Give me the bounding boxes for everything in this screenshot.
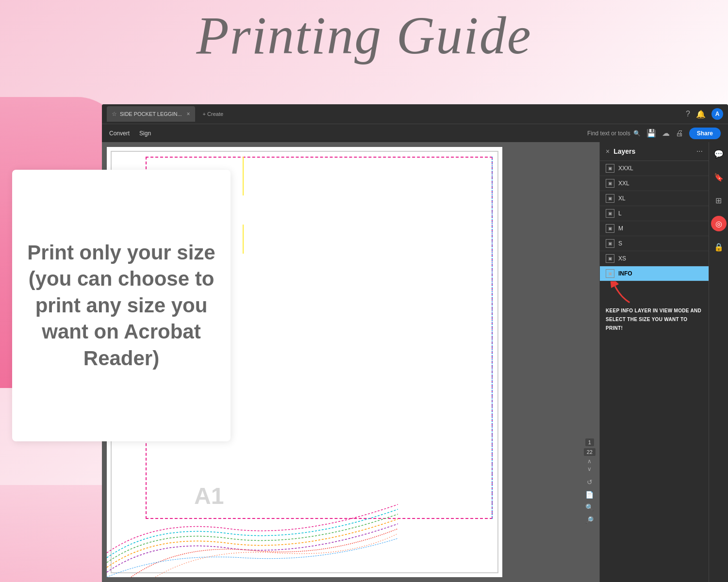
search-bar[interactable]: Find text or tools 🔍: [587, 130, 641, 137]
menu-bar: Convert Sign Find text or tools 🔍 💾 ☁ 🖨 …: [102, 124, 728, 142]
menu-convert[interactable]: Convert: [109, 130, 130, 137]
menu-sign[interactable]: Sign: [139, 130, 151, 137]
red-arrow-icon: [610, 281, 639, 306]
grid-icon[interactable]: ⊞: [711, 193, 727, 208]
info-card: Print only your size (you can choose to …: [12, 170, 231, 441]
layer-name-info: INFO: [618, 270, 632, 277]
layer-icon-s: ▣: [606, 239, 614, 248]
create-button[interactable]: + Create: [199, 111, 228, 117]
page-up-arrow[interactable]: ∧: [587, 458, 592, 465]
layer-item-xxl[interactable]: ▣ XXL: [600, 176, 709, 191]
layer-icon-xxl: ▣: [606, 179, 614, 188]
tab-active[interactable]: ☆ SIDE POCKET LEGGIN... ×: [107, 106, 195, 122]
cloud-upload-icon[interactable]: ☁: [662, 129, 670, 138]
yellow-line-1: [243, 157, 244, 195]
search-icon: 🔍: [633, 130, 641, 137]
search-label: Find text or tools: [587, 130, 630, 137]
layer-name-xl: XL: [618, 195, 626, 202]
layer-icon-xl: ▣: [606, 194, 614, 203]
layer-name-m: M: [618, 225, 623, 232]
layers-close-icon[interactable]: ×: [606, 147, 610, 155]
file-icon[interactable]: 📄: [585, 491, 594, 499]
layer-item-info[interactable]: ▣ INFO: [600, 266, 709, 281]
layer-item-s[interactable]: ▣ S: [600, 236, 709, 251]
bell-icon: 🔔: [696, 110, 706, 119]
layer-item-xl[interactable]: ▣ XL: [600, 191, 709, 206]
save-to-cloud-icon[interactable]: 💾: [646, 129, 656, 138]
title-bar-right: ? 🔔 A: [686, 108, 723, 120]
tab-title: SIDE POCKET LEGGIN...: [120, 111, 182, 117]
layer-icon-info: ▣: [606, 269, 614, 278]
layer-icon-m: ▣: [606, 224, 614, 233]
layer-name-xxxl: XXXL: [618, 165, 633, 172]
nav-arrows: ∧ ∨: [587, 458, 592, 472]
tab-star-icon: ☆: [112, 111, 117, 117]
layers-more-icon[interactable]: ···: [696, 147, 703, 156]
zoom-in-icon[interactable]: 🔍: [585, 503, 594, 511]
page-title: Printing Guide: [0, 5, 728, 66]
yellow-line-2: [243, 225, 244, 254]
share-button[interactable]: Share: [689, 128, 721, 139]
refresh-icon[interactable]: ↺: [587, 478, 593, 486]
create-label: + Create: [203, 111, 224, 117]
bottom-icons: ↺ 📄 🔍 🔎: [585, 478, 594, 524]
total-pages: 22: [584, 448, 596, 456]
layer-icon-l: ▣: [606, 209, 614, 218]
layer-icon-xs: ▣: [606, 254, 614, 263]
far-right-toolbar: 💬 🔖 ⊞ ◎ 🔒: [709, 142, 728, 582]
page-down-arrow[interactable]: ∨: [587, 466, 592, 472]
zoom-out-icon[interactable]: 🔎: [585, 516, 594, 524]
user-avatar[interactable]: A: [711, 108, 723, 120]
blue-dotted-border: [396, 157, 493, 519]
layer-name-s: S: [618, 240, 622, 247]
title-area: Printing Guide: [0, 5, 728, 66]
menu-bar-right: Find text or tools 🔍 💾 ☁ 🖨 Share: [587, 128, 721, 139]
lock-icon[interactable]: 🔒: [711, 239, 727, 255]
layers-icon[interactable]: ◎: [711, 216, 727, 231]
layer-name-l: L: [618, 210, 622, 217]
layer-item-xxxl[interactable]: ▣ XXXL: [600, 161, 709, 176]
page-numbers: 1 22 ∧ ∨ ↺ 📄 🔍 🔎: [584, 438, 596, 524]
tab-close-icon[interactable]: ×: [187, 111, 190, 117]
layer-item-m[interactable]: ▣ M: [600, 221, 709, 236]
layer-icon-xxxl: ▣: [606, 164, 614, 173]
annotation-text: KEEP INFO LAYER IN VIEW MODE AND SELECT …: [606, 308, 701, 331]
layers-panel: × Layers ··· ▣ XXXL ▣ XXL ▣ XL ▣ L: [599, 142, 709, 582]
layer-name-xs: XS: [618, 255, 626, 262]
current-page: 1: [585, 438, 594, 446]
layer-item-xs[interactable]: ▣ XS: [600, 251, 709, 266]
help-icon[interactable]: ?: [686, 110, 690, 118]
layers-panel-title: Layers: [613, 147, 692, 155]
pdf-pattern-svg: [107, 480, 398, 577]
print-icon[interactable]: 🖨: [676, 129, 683, 138]
layer-name-xxl: XXL: [618, 180, 629, 187]
bookmark-icon[interactable]: 🔖: [711, 169, 727, 185]
info-card-text: Print only your size (you can choose to …: [12, 230, 231, 382]
title-bar: ☆ SIDE POCKET LEGGIN... × + Create ? 🔔 A: [102, 104, 728, 124]
layer-item-l[interactable]: ▣ L: [600, 206, 709, 221]
layer-annotation: KEEP INFO LAYER IN VIEW MODE AND SELECT …: [600, 281, 709, 338]
comment-icon[interactable]: 💬: [711, 146, 727, 162]
layers-header: × Layers ···: [600, 142, 709, 161]
